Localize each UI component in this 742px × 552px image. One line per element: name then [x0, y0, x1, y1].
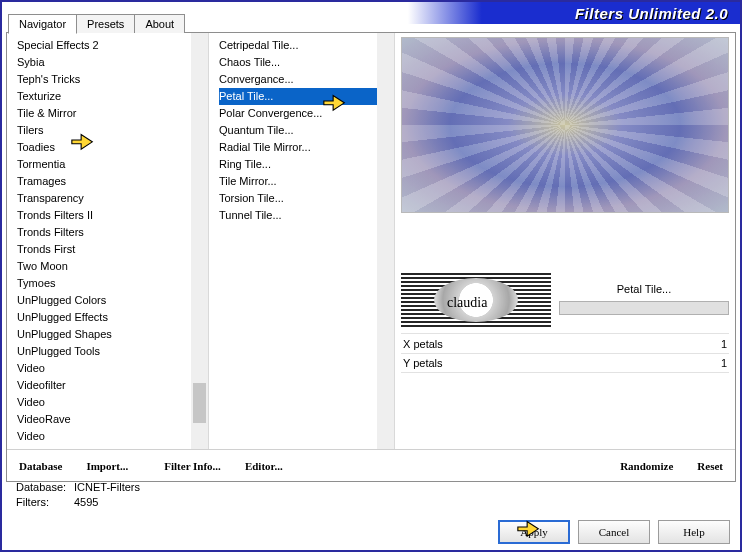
category-item[interactable]: VideoRave: [17, 411, 191, 428]
parameter-table: X petals1Y petals1: [401, 333, 729, 373]
filter-info-button[interactable]: Filter Info...: [152, 454, 233, 478]
param-row[interactable]: X petals1: [401, 333, 729, 353]
tab-navigator[interactable]: Navigator: [8, 14, 77, 34]
filter-item[interactable]: Cetripedal Tile...: [219, 37, 377, 54]
apply-button[interactable]: Apply: [498, 520, 570, 544]
progress-bar: [559, 301, 729, 315]
filter-item[interactable]: Ring Tile...: [219, 156, 377, 173]
category-item[interactable]: Transparency: [17, 190, 191, 207]
main-area: Special Effects 2SybiaTeph's TricksTextu…: [7, 33, 735, 449]
toolbar: Database Import... Filter Info... Editor…: [7, 449, 735, 481]
filter-item[interactable]: Quantum Tile...: [219, 122, 377, 139]
category-item[interactable]: Tormentia: [17, 156, 191, 173]
status-filters-value: 4595: [74, 496, 98, 508]
preview-column: claudia Petal Tile... X petals1Y petals1: [395, 33, 735, 449]
preview-image: [401, 37, 729, 213]
filter-item[interactable]: Tunnel Tile...: [219, 207, 377, 224]
scroll-thumb[interactable]: [193, 383, 206, 423]
status-bar: Database:ICNET-Filters Filters:4595: [16, 480, 140, 510]
randomize-button[interactable]: Randomize: [608, 454, 685, 478]
tab-strip: Navigator Presets About: [8, 14, 184, 33]
category-item[interactable]: Tronds First: [17, 241, 191, 258]
action-row: Apply Cancel Help: [498, 520, 730, 544]
category-item[interactable]: Videofilter: [17, 377, 191, 394]
filter-item[interactable]: Torsion Tile...: [219, 190, 377, 207]
category-item[interactable]: Tymoes: [17, 275, 191, 292]
param-row[interactable]: Y petals1: [401, 353, 729, 373]
category-item[interactable]: UnPlugged Effects: [17, 309, 191, 326]
window: Filters Unlimited 2.0 Navigator Presets …: [0, 0, 742, 552]
category-item[interactable]: Video: [17, 394, 191, 411]
status-db-value: ICNET-Filters: [74, 481, 140, 493]
category-item[interactable]: Tronds Filters: [17, 224, 191, 241]
param-value: 1: [721, 357, 727, 369]
filter-item[interactable]: Chaos Tile...: [219, 54, 377, 71]
filter-list[interactable]: Cetripedal Tile...Chaos Tile...Convergan…: [209, 33, 377, 449]
category-item[interactable]: Toadies: [17, 139, 191, 156]
param-name: Y petals: [403, 357, 443, 369]
category-item[interactable]: Tile & Mirror: [17, 105, 191, 122]
category-item[interactable]: Tramages: [17, 173, 191, 190]
tab-about[interactable]: About: [134, 14, 185, 33]
status-filters-label: Filters:: [16, 495, 74, 510]
category-scrollbar[interactable]: [191, 33, 208, 449]
param-name: X petals: [403, 338, 443, 350]
filter-item[interactable]: Polar Convergence...: [219, 105, 377, 122]
category-item[interactable]: Video: [17, 428, 191, 445]
filter-column: Cetripedal Tile...Chaos Tile...Convergan…: [209, 33, 395, 449]
category-column: Special Effects 2SybiaTeph's TricksTextu…: [7, 33, 209, 449]
filter-item[interactable]: Petal Tile...: [219, 88, 377, 105]
watermark-text: claudia: [447, 295, 487, 311]
category-item[interactable]: Video: [17, 360, 191, 377]
reset-button[interactable]: Reset: [685, 454, 735, 478]
filter-scrollbar[interactable]: [377, 33, 394, 449]
category-item[interactable]: Special Effects 2: [17, 37, 191, 54]
content-panel: Special Effects 2SybiaTeph's TricksTextu…: [6, 32, 736, 482]
editor-button[interactable]: Editor...: [233, 454, 295, 478]
filter-item[interactable]: Tile Mirror...: [219, 173, 377, 190]
category-item[interactable]: UnPlugged Tools: [17, 343, 191, 360]
category-item[interactable]: UnPlugged Colors: [17, 292, 191, 309]
current-filter-label: Petal Tile...: [559, 279, 729, 299]
filter-item[interactable]: Radial Tile Mirror...: [219, 139, 377, 156]
status-db-label: Database:: [16, 480, 74, 495]
category-item[interactable]: Two Moon: [17, 258, 191, 275]
filter-item[interactable]: Convergance...: [219, 71, 377, 88]
tab-presets[interactable]: Presets: [76, 14, 135, 33]
cancel-button[interactable]: Cancel: [578, 520, 650, 544]
param-value: 1: [721, 338, 727, 350]
import-button[interactable]: Import...: [74, 454, 140, 478]
category-item[interactable]: Texturize: [17, 88, 191, 105]
window-title: Filters Unlimited 2.0: [575, 5, 728, 22]
category-item[interactable]: Sybia: [17, 54, 191, 71]
category-list[interactable]: Special Effects 2SybiaTeph's TricksTextu…: [7, 33, 191, 449]
category-item[interactable]: Tronds Filters II: [17, 207, 191, 224]
database-button[interactable]: Database: [7, 454, 74, 478]
category-item[interactable]: Tilers: [17, 122, 191, 139]
category-item[interactable]: UnPlugged Shapes: [17, 326, 191, 343]
help-button[interactable]: Help: [658, 520, 730, 544]
category-item[interactable]: Teph's Tricks: [17, 71, 191, 88]
